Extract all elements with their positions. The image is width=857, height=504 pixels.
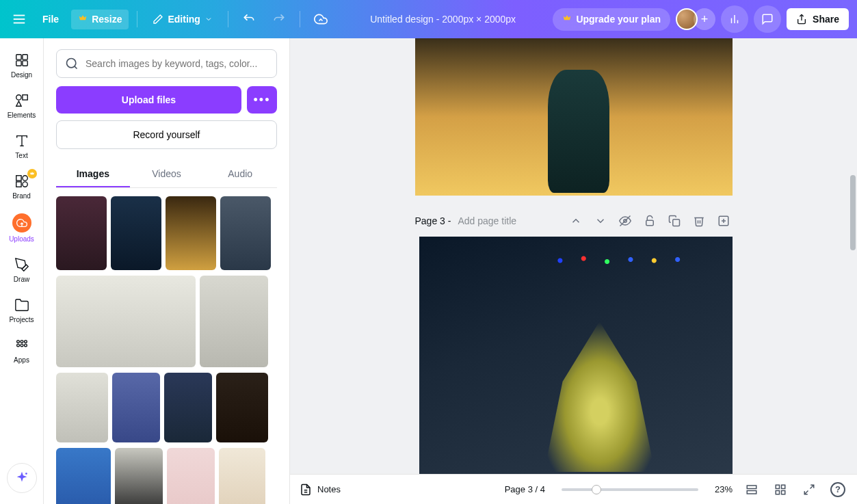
menu-button[interactable] [8,8,30,30]
zoom-value[interactable]: 23% [715,484,733,494]
pencil-icon [153,14,163,25]
page-add-button[interactable] [715,212,733,230]
tab-audio[interactable]: Audio [203,161,277,187]
upload-thumb[interactable] [56,448,111,504]
page-hide-button[interactable] [616,212,634,230]
image-grid[interactable] [56,196,277,504]
upgrade-button[interactable]: Upgrade your plan [553,8,670,31]
upload-thumb[interactable] [220,196,271,270]
nav-text[interactable]: Text [3,127,41,165]
sparkle-icon [14,470,29,486]
svg-rect-39 [747,486,756,489]
page-up-button[interactable] [567,212,585,230]
view-list-button[interactable] [742,480,761,499]
editing-dropdown[interactable]: Editing [146,10,219,29]
svg-rect-32 [646,220,653,226]
canvas-scrollbar[interactable] [850,79,856,463]
nav-draw[interactable]: Draw [3,251,41,289]
nav-elements[interactable]: Elements [3,87,41,124]
upload-thumb[interactable] [164,373,212,442]
nav-label: Text [15,152,27,159]
nav-projects[interactable]: Projects [3,291,41,329]
design-icon [14,52,30,68]
design-title[interactable]: Untitled design - 2000px × 2000px [339,14,547,25]
upload-thumb[interactable] [56,196,107,270]
comment-button[interactable] [754,5,781,33]
tab-images[interactable]: Images [56,161,130,187]
page-2-image[interactable] [415,38,733,196]
notes-icon [300,483,312,496]
media-tabs: Images Videos Audio [56,161,277,188]
upload-files-button[interactable]: Upload files [56,86,241,114]
elements-icon [14,92,30,109]
nav-label: Uploads [9,235,34,243]
svg-point-23 [24,341,27,343]
notes-button[interactable]: Notes [300,483,341,496]
svg-point-27 [25,473,27,475]
resize-label: Resize [92,14,122,25]
upload-thumb[interactable] [115,448,163,504]
canvas-area: Page 3 - Add page title Notes Page 3 [290,38,857,504]
tab-videos[interactable]: Videos [130,161,204,187]
svg-rect-44 [782,490,785,494]
zoom-slider-knob[interactable] [592,485,601,494]
analytics-button[interactable] [721,5,748,33]
vertical-nav: Design Elements Text Brand Uploads Draw … [0,38,44,504]
page-down-button[interactable] [592,212,609,230]
page-delete-button[interactable] [690,212,708,230]
share-button[interactable]: Share [787,8,849,30]
upload-thumb[interactable] [216,373,268,442]
nav-brand[interactable]: Brand [3,168,41,205]
nav-uploads[interactable]: Uploads [3,208,41,248]
redo-button[interactable] [267,7,291,31]
upload-more-button[interactable]: ••• [247,86,277,114]
search-input[interactable] [85,58,268,69]
svg-rect-41 [776,485,779,488]
separator [300,11,300,27]
svg-point-25 [21,344,23,347]
add-collaborator-button[interactable]: + [694,8,715,30]
cloud-sync-button[interactable] [308,7,333,31]
page-lock-button[interactable] [641,212,659,230]
upload-thumb[interactable] [112,373,160,442]
svg-rect-12 [22,95,27,100]
share-icon [796,14,807,25]
upload-thumb[interactable] [219,448,265,504]
canvas-scroll[interactable]: Page 3 - Add page title [290,38,857,504]
page-indicator[interactable]: Page 3 / 4 [505,484,545,494]
scrollbar-thumb[interactable] [850,175,856,250]
resize-button[interactable]: Resize [71,10,129,29]
nav-apps[interactable]: Apps [3,332,41,369]
upload-thumb[interactable] [56,276,196,367]
svg-marker-13 [16,101,21,106]
upload-thumb[interactable] [166,196,216,270]
svg-point-19 [22,182,27,187]
search-icon [65,57,79,70]
svg-rect-10 [22,61,27,66]
svg-point-11 [16,95,21,100]
collaborators: + [676,8,715,30]
upload-thumb[interactable] [56,373,108,442]
zoom-slider[interactable] [562,488,698,491]
upload-thumb[interactable] [167,448,215,504]
page-3-image[interactable] [419,237,733,479]
projects-icon [14,297,30,313]
crown-icon [562,14,572,25]
page-title-placeholder[interactable]: Add page title [458,215,516,226]
search-box[interactable] [56,49,277,78]
svg-point-26 [24,344,27,347]
svg-point-21 [16,341,19,343]
magic-button[interactable] [7,463,37,493]
record-yourself-button[interactable]: Record yourself [56,120,277,149]
nav-design[interactable]: Design [3,47,41,84]
upload-thumb[interactable] [200,276,268,367]
page-duplicate-button[interactable] [665,212,683,230]
fullscreen-button[interactable] [800,480,819,499]
file-menu[interactable]: File [36,10,66,29]
page-header: Page 3 - Add page title [415,212,733,230]
upload-thumb[interactable] [111,196,161,270]
help-button[interactable]: ? [828,480,847,499]
apps-icon [14,337,30,354]
view-grid-button[interactable] [771,480,790,499]
undo-button[interactable] [237,7,261,31]
